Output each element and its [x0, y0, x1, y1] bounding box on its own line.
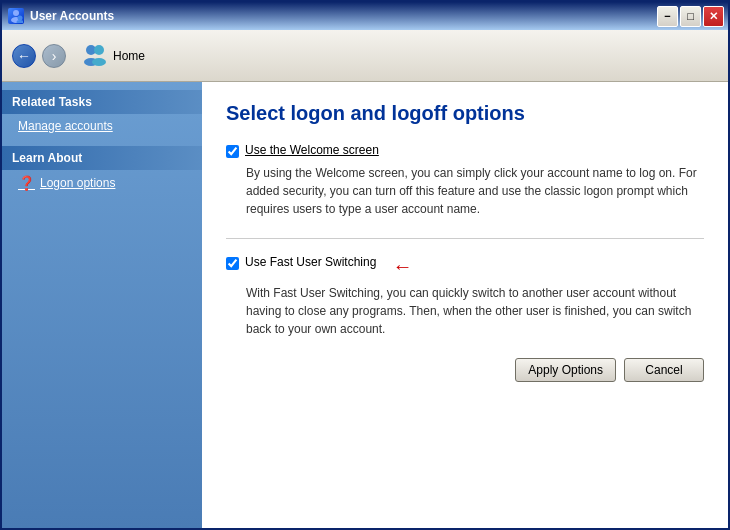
window-title: User Accounts — [30, 9, 114, 23]
fast-switch-section: Use Fast User Switching ← With Fast User… — [226, 255, 704, 338]
title-buttons: − □ ✕ — [657, 6, 724, 27]
back-button[interactable]: ← — [12, 44, 36, 68]
sidebar: Related Tasks Manage accounts Learn Abou… — [2, 82, 202, 528]
minimize-button[interactable]: − — [657, 6, 678, 27]
welcome-screen-row: Use the Welcome screen — [226, 143, 704, 158]
buttons-row: Apply Options Cancel — [226, 358, 704, 382]
toolbar: ← › Home — [2, 30, 728, 82]
forward-button[interactable]: › — [42, 44, 66, 68]
fast-switch-description: With Fast User Switching, you can quickl… — [246, 284, 704, 338]
svg-point-0 — [13, 10, 19, 16]
related-tasks-title: Related Tasks — [2, 90, 202, 114]
main-window: User Accounts − □ ✕ ← › Home R — [0, 0, 730, 530]
svg-point-2 — [18, 16, 23, 21]
welcome-screen-description: By using the Welcome screen, you can sim… — [246, 164, 704, 218]
fast-switch-checkbox[interactable] — [226, 257, 239, 270]
home-label: Home — [113, 49, 145, 63]
svg-point-5 — [94, 45, 104, 55]
fast-switch-label[interactable]: Use Fast User Switching — [245, 255, 376, 269]
window-icon — [8, 8, 24, 24]
sidebar-spacer — [2, 136, 202, 146]
title-bar-left: User Accounts — [8, 8, 114, 24]
main-panel: Select logon and logoff options Use the … — [202, 82, 728, 528]
arrow-annotation: ← — [392, 255, 412, 278]
home-icon — [81, 40, 109, 71]
fast-switch-row: Use Fast User Switching ← — [226, 255, 704, 278]
welcome-screen-section: Use the Welcome screen By using the Welc… — [226, 143, 704, 218]
svg-point-7 — [92, 58, 106, 66]
home-button[interactable]: Home — [72, 35, 154, 76]
logon-options-link[interactable]: ❓ Logon options — [2, 172, 202, 194]
welcome-screen-checkbox[interactable] — [226, 145, 239, 158]
manage-accounts-link[interactable]: Manage accounts — [2, 116, 202, 136]
maximize-button[interactable]: □ — [680, 6, 701, 27]
page-title: Select logon and logoff options — [226, 102, 704, 125]
learn-about-title: Learn About — [2, 146, 202, 170]
content-area: Related Tasks Manage accounts Learn Abou… — [2, 82, 728, 528]
cancel-button[interactable]: Cancel — [624, 358, 704, 382]
close-button[interactable]: ✕ — [703, 6, 724, 27]
divider — [226, 238, 704, 239]
question-icon: ❓ — [18, 175, 35, 191]
welcome-screen-label[interactable]: Use the Welcome screen — [245, 143, 379, 157]
apply-options-button[interactable]: Apply Options — [515, 358, 616, 382]
red-arrow-icon: ← — [392, 255, 412, 278]
logon-options-label: Logon options — [40, 176, 115, 190]
title-bar: User Accounts − □ ✕ — [2, 2, 728, 30]
